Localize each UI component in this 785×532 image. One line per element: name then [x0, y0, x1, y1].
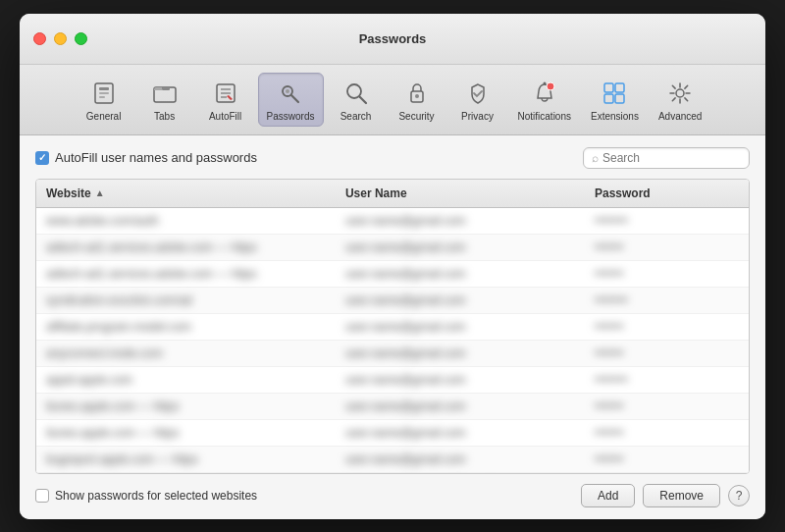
svg-point-23: [676, 89, 684, 97]
toolbar-item-general[interactable]: General: [76, 74, 132, 126]
toolbar-item-tabs[interactable]: Tabs: [136, 74, 193, 126]
toolbar-item-passwords[interactable]: Passwords: [258, 73, 324, 127]
cell-password: •••••••: [585, 422, 749, 444]
cell-website: anyconnect.insite.com: [36, 343, 336, 364]
svg-point-16: [415, 94, 419, 98]
cell-website: itunes.apple.com — https: [36, 396, 336, 417]
search-input[interactable]: [602, 151, 741, 165]
window-title: Passwords: [359, 31, 427, 46]
cell-password: •••••••: [585, 316, 749, 338]
toolbar-label-search: Search: [340, 111, 372, 122]
cell-username: user.name@gmail.com: [336, 290, 585, 311]
show-passwords-checkbox[interactable]: [35, 489, 49, 503]
sort-arrow-icon: ▲: [95, 187, 105, 198]
toolbar-item-notifications[interactable]: Notifications: [510, 74, 579, 126]
toolbar-item-privacy[interactable]: Privacy: [449, 74, 506, 126]
cell-username: user.name@gmail.com: [336, 422, 585, 444]
minimize-button[interactable]: [54, 32, 67, 45]
cell-website: adtech-ad1.services.adobe.com — https: [36, 237, 336, 258]
header-website: Website ▲: [36, 184, 336, 203]
cell-website: www.adobe.com/auth: [36, 210, 336, 232]
passwords-icon: [275, 78, 306, 109]
cell-website: bugreport.apple.com — https: [36, 449, 336, 470]
svg-rect-1: [99, 87, 109, 90]
svg-line-14: [359, 96, 366, 103]
svg-rect-3: [99, 96, 105, 98]
toolbar-item-autofill[interactable]: AutoFill: [197, 74, 254, 126]
svg-rect-22: [615, 94, 624, 103]
bottom-buttons: Add Remove ?: [581, 484, 750, 507]
cell-password: •••••••: [585, 449, 749, 470]
header-username: User Name: [336, 184, 585, 203]
cell-username: user.name@gmail.com: [336, 343, 585, 364]
cell-username: user.name@gmail.com: [336, 237, 585, 258]
cell-website: adtech-ad1.services.adobe.com — https: [36, 263, 336, 285]
table-row[interactable]: adtech-ad1.services.adobe.com — https us…: [36, 261, 749, 288]
table-row[interactable]: affiliate.program.model.com user.name@gm…: [36, 314, 749, 341]
toolbar-item-advanced[interactable]: Advanced: [651, 74, 709, 126]
toolbar-label-extensions: Extensions: [591, 111, 639, 122]
cell-username: user.name@gmail.com: [336, 316, 585, 338]
table-row[interactable]: syndication.exoclick.com/ad user.name@gm…: [36, 288, 749, 314]
svg-rect-20: [615, 83, 624, 92]
main-content: AutoFill user names and passwords ⌕ Webs…: [20, 135, 765, 519]
show-passwords-row: Show passwords for selected websites: [35, 489, 257, 503]
toolbar-item-extensions[interactable]: Extensions: [583, 74, 647, 126]
security-icon: [401, 78, 433, 109]
cell-password: ••••••••: [585, 369, 749, 391]
toolbar-label-notifications: Notifications: [518, 111, 571, 122]
header-password: Password: [585, 184, 749, 203]
main-window: Passwords General Tabs AutoFill: [20, 14, 765, 519]
table-row[interactable]: adtech-ad1.services.adobe.com — https us…: [36, 235, 749, 261]
autofill-checkbox-row: AutoFill user names and passwords: [35, 150, 257, 165]
search-box[interactable]: ⌕: [583, 147, 750, 169]
top-bar: AutoFill user names and passwords ⌕: [35, 147, 750, 169]
passwords-table: Website ▲ User Name Password www.adobe.c…: [35, 179, 750, 474]
toolbar-item-search[interactable]: Search: [328, 74, 385, 126]
maximize-button[interactable]: [75, 32, 87, 45]
general-icon: [88, 78, 120, 109]
advanced-icon: [664, 78, 696, 109]
toolbar-label-privacy: Privacy: [461, 111, 494, 122]
cell-password: •••••••: [585, 237, 749, 258]
table-row[interactable]: www.adobe.com/auth user.name@gmail.com •…: [36, 208, 749, 235]
svg-line-11: [291, 95, 298, 102]
table-row[interactable]: itunes.apple.com — https user.name@gmail…: [36, 420, 749, 447]
search-icon: [340, 78, 372, 109]
svg-rect-5: [162, 87, 170, 90]
table-row[interactable]: appid.apple.com user.name@gmail.com ••••…: [36, 367, 749, 394]
svg-rect-2: [99, 92, 109, 94]
toolbar-label-tabs: Tabs: [154, 111, 175, 122]
table-body: www.adobe.com/auth user.name@gmail.com •…: [36, 208, 749, 473]
add-button[interactable]: Add: [581, 484, 635, 507]
cell-password: ••••••••: [585, 290, 749, 311]
notifications-icon: [529, 78, 560, 109]
show-passwords-label: Show passwords for selected websites: [55, 489, 257, 503]
toolbar-label-security: Security: [398, 111, 434, 122]
cell-password: •••••••: [585, 343, 749, 364]
help-button[interactable]: ?: [728, 485, 750, 506]
toolbar-label-passwords: Passwords: [267, 111, 315, 122]
table-row[interactable]: itunes.apple.com — https user.name@gmail…: [36, 394, 749, 420]
cell-username: user.name@gmail.com: [336, 396, 585, 417]
toolbar-item-security[interactable]: Security: [389, 74, 445, 126]
table-row[interactable]: anyconnect.insite.com user.name@gmail.co…: [36, 341, 749, 367]
bottom-bar: Show passwords for selected websites Add…: [35, 484, 750, 507]
cell-username: user.name@gmail.com: [336, 210, 585, 232]
cell-website: appid.apple.com: [36, 369, 336, 391]
tabs-icon: [149, 78, 181, 109]
close-button[interactable]: [33, 32, 46, 45]
titlebar: Passwords: [20, 14, 765, 65]
search-icon-small: ⌕: [592, 151, 599, 165]
table-header: Website ▲ User Name Password: [36, 180, 749, 208]
cell-username: user.name@gmail.com: [336, 449, 585, 470]
autofill-checkbox[interactable]: [35, 151, 49, 165]
table-row[interactable]: bugreport.apple.com — https user.name@gm…: [36, 447, 749, 473]
cell-website: syndication.exoclick.com/ad: [36, 290, 336, 311]
svg-point-12: [286, 89, 289, 93]
cell-username: user.name@gmail.com: [336, 263, 585, 285]
svg-rect-21: [604, 94, 613, 103]
cell-website: itunes.apple.com — https: [36, 422, 336, 444]
autofill-icon: [210, 78, 241, 109]
remove-button[interactable]: Remove: [643, 484, 720, 507]
